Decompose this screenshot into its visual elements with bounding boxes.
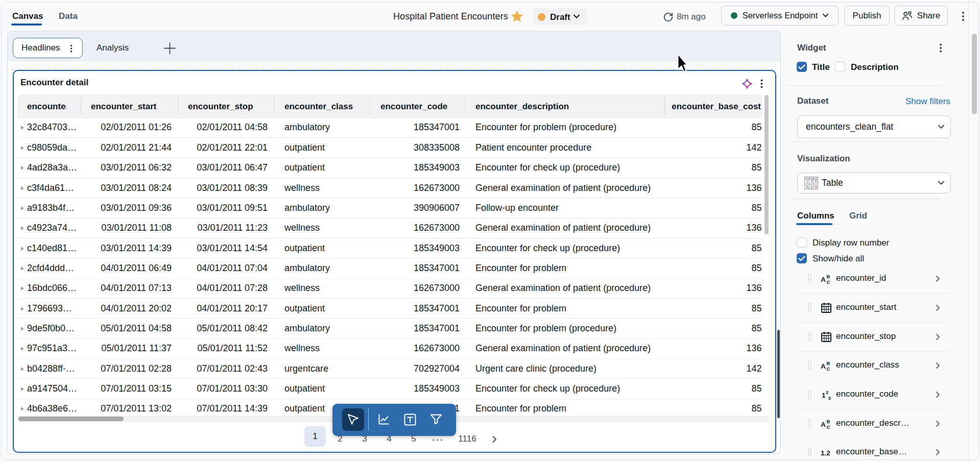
svg-text:C: C — [827, 424, 830, 430]
svg-text:1.2: 1.2 — [821, 449, 830, 457]
svg-text:5: 5 — [806, 184, 808, 189]
svg-text:1: 1 — [806, 179, 808, 184]
svg-text:C: C — [827, 366, 830, 372]
svg-text:A: A — [821, 421, 826, 428]
svg-text:8: 8 — [815, 184, 818, 189]
svg-text:B: B — [827, 274, 830, 279]
svg-text:B: B — [827, 360, 830, 366]
svg-text:2: 2 — [810, 184, 813, 189]
svg-text:1: 1 — [822, 392, 826, 399]
svg-text:B: B — [827, 419, 830, 424]
svg-text:3: 3 — [810, 179, 813, 184]
svg-text:C: C — [827, 279, 830, 285]
svg-text:2: 2 — [826, 390, 828, 395]
svg-text:A: A — [821, 362, 826, 370]
svg-text:A: A — [821, 276, 826, 283]
svg-text:6: 6 — [815, 179, 818, 184]
svg-text:3: 3 — [828, 395, 831, 401]
